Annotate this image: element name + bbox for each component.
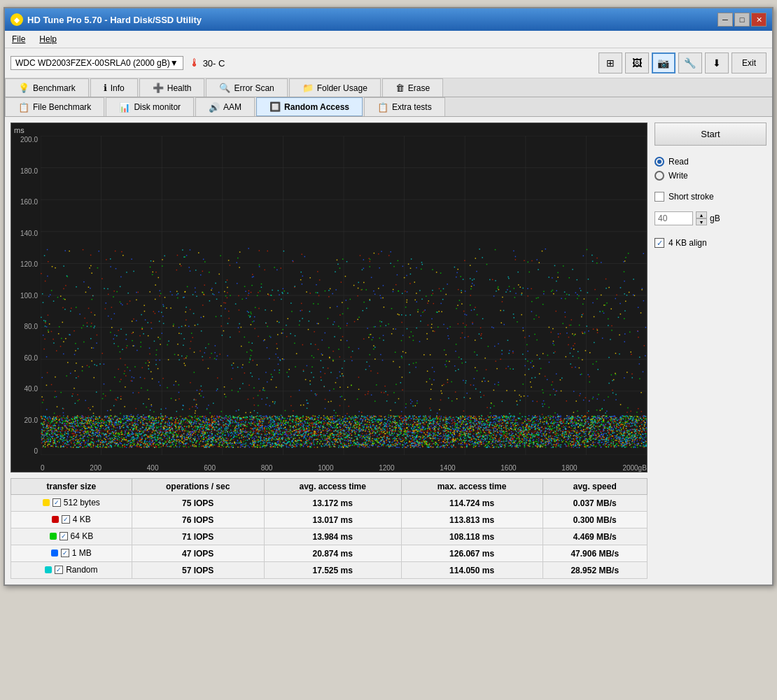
row-checkbox[interactable]: ✓ (59, 532, 68, 540)
benchmark-icon: 💡 (18, 83, 29, 93)
cell-transfer-size: ✓ Random (11, 562, 132, 579)
exit-button[interactable]: Exit (732, 52, 766, 74)
settings-button[interactable]: 🔧 (678, 52, 702, 74)
save-image-button[interactable]: 🖼 (625, 52, 649, 74)
read-radio-button[interactable] (654, 157, 664, 167)
short-stroke-row: Short stroke (654, 192, 766, 202)
spin-up-button[interactable]: ▲ (696, 211, 707, 218)
tab-file-benchmark-label: File Benchmark (33, 102, 91, 112)
table-row: ✓ 512 bytes 75 IOPS 13.172 ms 114.724 ms… (11, 495, 648, 512)
cell-max-access: 113.813 ms (401, 512, 542, 528)
menu-help[interactable]: Help (36, 33, 59, 46)
close-button[interactable]: ✕ (751, 13, 766, 27)
maximize-button[interactable]: □ (734, 13, 750, 27)
tab-file-benchmark[interactable]: 📋 File Benchmark (5, 97, 104, 116)
title-bar-left: ◆ HD Tune Pro 5.70 - Hard Disk/SSD Utili… (10, 13, 202, 26)
stroke-value-input[interactable] (654, 211, 693, 225)
tab-aam[interactable]: 🔊 AAM (195, 97, 255, 116)
tab-random-access[interactable]: 🔲 Random Access (256, 97, 363, 116)
cell-ops: 47 IOPS (132, 545, 264, 562)
cell-transfer-size: ✓ 1 MB (11, 545, 132, 562)
cell-ops: 76 IOPS (132, 512, 264, 528)
dropdown-arrow-icon: ▼ (170, 58, 178, 68)
y-label-100: 100.0 (11, 292, 41, 300)
cell-avg-access: 17.525 ms (264, 562, 401, 579)
table-row: ✓ 4 KB 76 IOPS 13.017 ms 113.813 ms 0.30… (11, 512, 648, 528)
short-stroke-label: Short stroke (668, 192, 714, 202)
tab-erase-label: Erase (408, 83, 430, 93)
read-label: Read (668, 157, 689, 167)
copy-button[interactable]: ⊞ (598, 52, 622, 74)
row-checkbox[interactable]: ✓ (61, 549, 69, 557)
row-checkbox[interactable]: ✓ (62, 515, 70, 524)
menu-file[interactable]: File (9, 33, 28, 46)
spin-down-button[interactable]: ▼ (696, 218, 707, 225)
drive-dropdown[interactable]: WDC WD2003FZEX-00SRLA0 (2000 gB) ▼ (10, 56, 183, 70)
results-table: transfer size operations / sec avg. acce… (10, 478, 648, 579)
cell-transfer-size: ✓ 64 KB (11, 528, 132, 545)
col-transfer-size: transfer size (11, 479, 132, 495)
tab-extra-tests-label: Extra tests (392, 102, 432, 112)
main-window: ◆ HD Tune Pro 5.70 - Hard Disk/SSD Utili… (4, 7, 774, 586)
temperature-value: 30- C (203, 58, 225, 69)
col-max-access: max. access time (401, 479, 542, 495)
write-radio[interactable]: Write (654, 171, 766, 181)
download-button[interactable]: ⬇ (705, 52, 729, 74)
tab-benchmark[interactable]: 💡 Benchmark (5, 78, 89, 97)
temperature-display: 🌡 30- C (189, 57, 225, 69)
y-label-140: 140.0 (11, 230, 41, 237)
cell-avg-access: 13.984 ms (264, 528, 401, 545)
tab-erase[interactable]: 🗑 Erase (382, 78, 443, 97)
row-checkbox[interactable]: ✓ (52, 498, 61, 507)
cell-ops: 57 IOPS (132, 562, 264, 579)
row-checkbox[interactable]: ✓ (55, 566, 63, 574)
color-swatch (45, 566, 52, 573)
tab-error-scan-label: Error Scan (234, 83, 274, 93)
right-panel: Start Read Write Short stroke (654, 122, 766, 579)
tab-benchmark-label: Benchmark (33, 83, 76, 93)
cell-avg-speed: 4.469 MB/s (542, 528, 648, 545)
tab-folder-usage-label: Folder Usage (317, 83, 368, 93)
disk-monitor-icon: 📊 (119, 102, 130, 113)
x-label-2000: 2000gB (622, 464, 646, 472)
minimize-button[interactable]: ─ (718, 13, 733, 27)
tab-extra-tests[interactable]: 📋 Extra tests (364, 97, 445, 116)
start-button[interactable]: Start (654, 122, 766, 146)
table-row: ✓ 64 KB 71 IOPS 13.984 ms 108.118 ms 4.4… (11, 528, 648, 545)
x-label-1000: 1000 (318, 464, 333, 472)
camera-button[interactable]: 📷 (652, 52, 676, 74)
cell-avg-access: 13.172 ms (264, 495, 401, 512)
extra-tests-icon: 📋 (377, 102, 388, 113)
y-label-20: 20.0 (11, 416, 41, 424)
app-icon: ◆ (10, 13, 23, 26)
tab-disk-monitor[interactable]: 📊 Disk monitor (106, 97, 194, 116)
toolbar: WDC WD2003FZEX-00SRLA0 (2000 gB) ▼ 🌡 30-… (5, 48, 772, 78)
short-stroke-checkbox[interactable] (654, 192, 664, 202)
x-label-400: 400 (147, 464, 159, 472)
cell-max-access: 108.118 ms (401, 528, 542, 545)
x-label-1800: 1800 (561, 464, 577, 472)
col-avg-speed: avg. speed (542, 479, 648, 495)
y-label-80: 80.0 (11, 323, 41, 330)
y-label-200: 200.0 (11, 136, 41, 144)
tab-health[interactable]: ➕ Health (139, 78, 205, 97)
write-radio-button[interactable] (654, 171, 664, 181)
thermometer-icon: 🌡 (189, 57, 200, 69)
read-radio[interactable]: Read (654, 157, 766, 167)
tab-info[interactable]: ℹ Info (90, 78, 138, 97)
y-axis-labels: 200.0 180.0 160.0 140.0 120.0 100.0 80.0… (11, 123, 41, 472)
tabs-row2: 📋 File Benchmark 📊 Disk monitor 🔊 AAM 🔲 … (5, 97, 772, 117)
tab-aam-label: AAM (223, 102, 241, 112)
tab-random-access-label: Random Access (284, 102, 349, 112)
file-benchmark-icon: 📋 (18, 102, 29, 113)
tab-error-scan[interactable]: 🔍 Error Scan (206, 78, 287, 97)
cell-ops: 75 IOPS (132, 495, 264, 512)
y-label-160: 160.0 (11, 198, 41, 206)
col-avg-access: avg. access time (264, 479, 401, 495)
info-icon: ℹ (104, 83, 107, 93)
erase-icon: 🗑 (396, 83, 405, 93)
tab-folder-usage[interactable]: 📁 Folder Usage (289, 78, 381, 97)
drive-label: WDC WD2003FZEX-00SRLA0 (2000 gB) (15, 58, 170, 68)
kb-align-checkbox[interactable]: ✓ (654, 238, 664, 248)
cell-avg-access: 13.017 ms (264, 512, 401, 528)
